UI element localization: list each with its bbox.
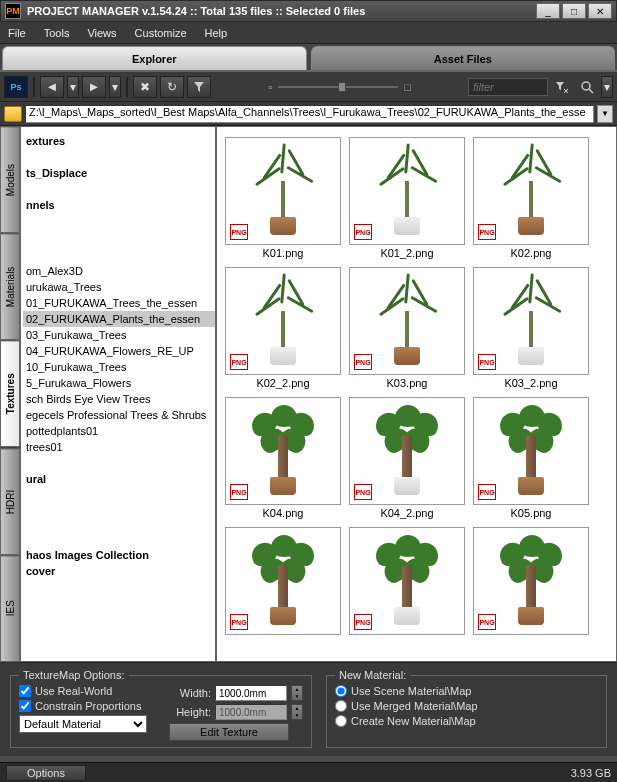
tree-item[interactable]: sch Birds Eye View Trees [23,391,215,407]
thumbnail[interactable]: PNG K03_2.png [473,267,589,389]
use-merged-material-radio[interactable]: Use Merged Material\Map [335,700,598,712]
filter-toggle-button[interactable] [187,76,211,98]
menu-file[interactable]: File [8,27,26,39]
thumbnail[interactable]: PNG [225,527,341,637]
forward-button[interactable]: ► [82,76,106,98]
filter-clear-icon[interactable] [551,77,573,97]
height-label: Height: [169,706,211,718]
vtab-hdri[interactable]: HDRI [0,448,20,555]
thumbnail-caption [225,635,341,637]
vtab-ies[interactable]: IES [0,555,20,662]
thumbnail-caption: K02.png [473,245,589,259]
tree-item[interactable]: extures [23,133,215,149]
png-badge-icon: PNG [478,224,496,240]
tree-item[interactable]: 04_FURUKAWA_Flowers_RE_UP [23,343,215,359]
png-badge-icon: PNG [478,614,496,630]
thumbnail-caption: K03_2.png [473,375,589,389]
thumbnail-caption: K04.png [225,505,341,519]
create-new-material-radio[interactable]: Create New Material\Map [335,715,598,727]
stop-button[interactable]: ✖ [133,76,157,98]
tree-item[interactable]: 02_FURUKAWA_Plants_the_essen [23,311,215,327]
refresh-button[interactable]: ↻ [160,76,184,98]
thumbnail[interactable]: PNG K02.png [473,137,589,259]
tab-explorer[interactable]: Explorer [2,46,307,70]
thumbnail[interactable]: PNG K05.png [473,397,589,519]
filter-input[interactable] [468,78,548,96]
tree-item[interactable]: haos Images Collection [23,547,215,563]
folder-icon[interactable] [4,106,22,122]
photoshop-icon[interactable]: Ps [4,76,28,98]
options-button[interactable]: Options [6,765,86,781]
use-realworld-checkbox[interactable]: Use Real-World [19,685,159,697]
back-button[interactable]: ◄ [40,76,64,98]
folder-tree[interactable]: extures ts_Displace nnelsom_Alex3Durukaw… [20,126,216,662]
tree-item[interactable]: ts_Displace [23,165,215,181]
tree-item[interactable]: trees01 [23,439,215,455]
width-label: Width: [169,687,211,699]
height-spinner[interactable]: ▲▼ [291,704,303,720]
forward-dropdown[interactable]: ▾ [109,76,121,98]
minimize-button[interactable]: _ [536,3,560,19]
tree-item[interactable]: pottedplants01 [23,423,215,439]
thumbnail[interactable]: PNG K04.png [225,397,341,519]
path-input[interactable]: Z:\I_Maps\_Maps_sorted\I_Best Maps\Alfa_… [25,105,594,123]
search-dropdown[interactable]: ▾ [601,76,613,98]
edit-texture-button[interactable]: Edit Texture [169,723,289,741]
tree-item[interactable]: nnels [23,197,215,213]
thumbnail[interactable]: PNG K03.png [349,267,465,389]
thumbnail-caption: K01_2.png [349,245,465,259]
svg-line-3 [589,89,593,93]
thumbnail-caption: K03.png [349,375,465,389]
close-button[interactable]: ✕ [588,3,612,19]
search-icon[interactable] [576,77,598,97]
tree-item[interactable]: 01_FURUKAWA_Trees_the_essen [23,295,215,311]
width-spinner[interactable]: ▲▼ [291,685,303,701]
tree-item[interactable]: om_Alex3D [23,263,215,279]
tree-item[interactable]: cover [23,563,215,579]
png-badge-icon: PNG [478,484,496,500]
tree-item[interactable]: 5_Furukawa_Flowers [23,375,215,391]
constrain-proportions-checkbox[interactable]: Constrain Proportions [19,700,159,712]
toolbar: Ps ◄ ▾ ► ▾ ✖ ↻ ▫ □ ▾ [0,72,617,102]
thumbnail-caption [473,635,589,637]
tree-item[interactable]: ural [23,471,215,487]
back-dropdown[interactable]: ▾ [67,76,79,98]
thumbnail[interactable]: PNG K01_2.png [349,137,465,259]
new-material-legend: New Material: [335,669,410,681]
disk-usage: 3.93 GB [571,767,611,779]
menu-customize[interactable]: Customize [135,27,187,39]
use-scene-material-radio[interactable]: Use Scene Material\Map [335,685,598,697]
thumbnail-size-slider[interactable]: ▫ □ [214,81,465,93]
thumbnail-caption: K05.png [473,505,589,519]
thumbnail[interactable]: PNG K02_2.png [225,267,341,389]
material-select[interactable]: Default Material [19,715,147,733]
width-input[interactable] [215,685,287,701]
png-badge-icon: PNG [354,224,372,240]
vtab-models[interactable]: Models [0,126,20,233]
png-badge-icon: PNG [354,614,372,630]
texturemap-legend: TextureMap Options: [19,669,129,681]
path-dropdown[interactable]: ▼ [597,105,613,123]
menu-bar: File Tools Views Customize Help [0,22,617,44]
menu-help[interactable]: Help [205,27,228,39]
thumbnail[interactable]: PNG [349,527,465,637]
menu-views[interactable]: Views [87,27,116,39]
thumbnail[interactable]: PNG K04_2.png [349,397,465,519]
tab-asset-files[interactable]: Asset Files [311,46,616,70]
maximize-button[interactable]: □ [562,3,586,19]
tree-item[interactable]: 10_Furukawa_Trees [23,359,215,375]
path-bar: Z:\I_Maps\_Maps_sorted\I_Best Maps\Alfa_… [0,102,617,126]
thumbnail[interactable]: PNG [473,527,589,637]
png-badge-icon: PNG [230,224,248,240]
thumbnail[interactable]: PNG K01.png [225,137,341,259]
svg-point-2 [582,82,590,90]
vtab-materials[interactable]: Materials [0,233,20,340]
tree-item[interactable]: 03_Furukawa_Trees [23,327,215,343]
menu-tools[interactable]: Tools [44,27,70,39]
height-input [215,704,287,720]
tree-item[interactable]: urukawa_Trees [23,279,215,295]
window-title: PROJECT MANAGER v.1.54.24 :: Total 135 f… [27,5,536,17]
tree-item[interactable]: egecels Professional Trees & Shrubs [23,407,215,423]
vtab-textures[interactable]: Textures [0,340,20,447]
thumbnail-caption: K02_2.png [225,375,341,389]
